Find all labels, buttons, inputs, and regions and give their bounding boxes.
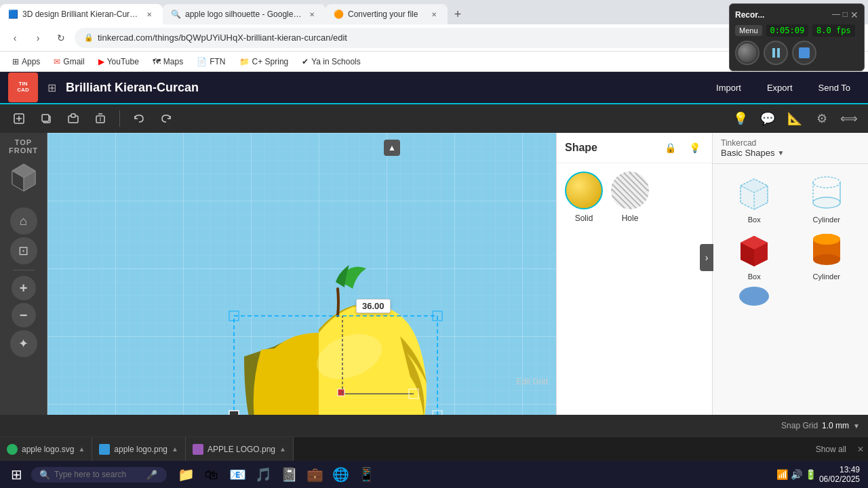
- import-button[interactable]: Import: [707, 79, 751, 97]
- tab-title-tinkercad: 3D design Brilliant Kieran-Curca...: [22, 9, 140, 19]
- library-category-label: Basic Shapes: [721, 148, 775, 158]
- light-button[interactable]: 💡: [730, 108, 751, 129]
- canvas-area[interactable]: 36.00 ▲ Edit Grid: [47, 133, 556, 415]
- bookmark-youtube[interactable]: ▶ YouTube: [93, 56, 144, 68]
- bookmark-maps[interactable]: 🗺 Maps: [147, 56, 189, 68]
- back-button[interactable]: ‹: [5, 28, 24, 47]
- tab-title-converting: Converting your file: [348, 9, 425, 19]
- measure-button[interactable]: 📐: [784, 108, 806, 129]
- lock-icon: 🔒: [84, 33, 94, 42]
- bookmark-cspring[interactable]: 📁 C+ Spring: [234, 56, 294, 68]
- status-bar: Edit Grid Snap Grid 1.0 mm ▼: [0, 415, 868, 436]
- taskbar-app-store[interactable]: 🛍: [199, 462, 224, 487]
- panel-collapse-button[interactable]: ▲: [384, 140, 400, 156]
- recorder-maximize-button[interactable]: □: [843, 9, 848, 20]
- export-button[interactable]: Export: [757, 79, 802, 97]
- taskbar-app-teams[interactable]: 💼: [302, 462, 327, 487]
- hole-option[interactable]: Hole: [611, 171, 649, 223]
- file-tab-png2-expand-icon[interactable]: ▲: [279, 445, 286, 453]
- taskbar-apps: 📁 🛍 📧 🎵 📓 💼 🌐 📱: [168, 462, 775, 487]
- recorder-close-button[interactable]: ✕: [850, 9, 859, 20]
- tab-icon-tinkercad: 🟦: [8, 9, 18, 19]
- zoom-in-button[interactable]: +: [12, 276, 36, 300]
- taskbar-app-explorer[interactable]: 📁: [174, 462, 198, 487]
- forward-button[interactable]: ›: [28, 28, 47, 47]
- file-tab-png2[interactable]: APPLE LOGO.png ▲: [186, 437, 294, 461]
- annotation-button[interactable]: 💬: [757, 108, 778, 129]
- collapse-arrow-icon: ▲: [388, 143, 396, 152]
- delete-button[interactable]: [90, 108, 111, 129]
- bookmark-yainschools[interactable]: ✔ Ya in Schools: [296, 56, 366, 68]
- tab-tinkercad[interactable]: 🟦 3D design Brilliant Kieran-Curca... ✕: [0, 4, 163, 24]
- lib-item-cylinder-orange[interactable]: Cylinder: [793, 229, 861, 281]
- view-top-label[interactable]: TOP: [15, 138, 32, 146]
- copy-button[interactable]: [35, 108, 57, 129]
- bookmark-ftn[interactable]: 📄 FTN: [191, 56, 231, 68]
- new-tab-button[interactable]: +: [448, 4, 468, 24]
- taskbar-app-spotify[interactable]: 🎵: [251, 462, 275, 487]
- recorder-sphere-button[interactable]: [735, 41, 760, 65]
- recorder-controls: Menu 0:05:09 8.0 fps: [735, 24, 859, 37]
- apps-icon: ⊞: [12, 57, 19, 66]
- fit-view-button[interactable]: ⊡: [10, 237, 37, 264]
- redo-button[interactable]: [155, 108, 177, 129]
- library-source: Tinkercad: [721, 138, 860, 148]
- file-tab-svg-expand-icon[interactable]: ▲: [78, 445, 85, 453]
- paste-button[interactable]: [62, 108, 84, 129]
- zoom-out-button[interactable]: −: [12, 303, 36, 327]
- view-front-label[interactable]: FRONT: [9, 146, 38, 155]
- tab-google[interactable]: 🔍 apple logo silhouette - Google S... ✕: [163, 4, 326, 24]
- file-icon-png1: [99, 444, 110, 455]
- file-tab-png1[interactable]: apple logo.png ▲: [92, 437, 186, 461]
- taskbar-app-extra[interactable]: 📱: [354, 462, 378, 487]
- file-bar-close-button[interactable]: ✕: [853, 445, 868, 454]
- lib-item-box-red[interactable]: Box: [721, 229, 788, 281]
- recorder-stop-button[interactable]: [792, 41, 816, 65]
- cube-3d-view[interactable]: [5, 157, 42, 194]
- snap-grid-chevron-icon[interactable]: ▼: [853, 422, 860, 430]
- snap-grid-value: 1.0 mm: [822, 421, 849, 430]
- recorder-minimize-button[interactable]: —: [832, 9, 840, 20]
- tab-close-tinkercad[interactable]: ✕: [144, 9, 155, 20]
- home-view-button[interactable]: ⌂: [10, 207, 37, 235]
- new-design-button[interactable]: [8, 108, 30, 129]
- lib-item-partial[interactable]: [721, 286, 788, 306]
- lock-shape-button[interactable]: 🔒: [660, 138, 679, 157]
- edit-grid-button[interactable]: Edit Grid: [516, 377, 548, 386]
- address-bar[interactable]: 🔒 tinkercad.com/things/bQWpUYiUHqX-brill…: [75, 28, 816, 48]
- library-category-dropdown[interactable]: Basic Shapes ▼: [721, 148, 860, 158]
- taskbar-app-mail[interactable]: 📧: [225, 462, 250, 487]
- tab-close-converting[interactable]: ✕: [429, 9, 439, 20]
- start-button[interactable]: ⊞: [3, 462, 30, 487]
- right-panel-expand-button[interactable]: ›: [700, 244, 713, 271]
- show-all-button[interactable]: Show all: [809, 445, 853, 454]
- tab-converting[interactable]: 🟠 Converting your file ✕: [326, 4, 448, 24]
- settings-button[interactable]: ⚙: [811, 108, 833, 129]
- lib-item-box-wire[interactable]: Box: [721, 172, 788, 224]
- file-tab-png1-expand-icon[interactable]: ▲: [172, 445, 178, 453]
- reload-button[interactable]: ↻: [52, 28, 71, 47]
- file-tab-svg[interactable]: apple logo.svg ▲: [0, 437, 92, 461]
- undo-button[interactable]: [128, 108, 150, 129]
- taskbar-app-onenote[interactable]: 📓: [277, 462, 301, 487]
- file-tab-png1-name: apple logo.png: [114, 445, 167, 454]
- tab-close-google[interactable]: ✕: [307, 9, 317, 20]
- lib-item-cylinder-wire[interactable]: Cylinder: [793, 172, 861, 224]
- send-to-button[interactable]: Send To: [809, 79, 860, 97]
- recorder-menu-button[interactable]: Menu: [735, 25, 762, 36]
- taskbar-app-chrome[interactable]: 🌐: [328, 462, 353, 487]
- taskbar-search-box[interactable]: 🔍 🎤: [31, 467, 167, 483]
- compass-button[interactable]: ✦: [10, 330, 37, 357]
- recorder-pause-button[interactable]: [764, 41, 788, 65]
- taskbar-search-input[interactable]: [54, 470, 142, 479]
- mirror-button[interactable]: ⟺: [838, 108, 860, 129]
- solid-option[interactable]: Solid: [565, 171, 603, 223]
- bookmark-apps[interactable]: ⊞ Apps: [7, 56, 45, 68]
- lib-item-cylinder-orange-label: Cylinder: [813, 272, 840, 281]
- info-shape-button[interactable]: 💡: [685, 138, 704, 157]
- pause-bar-left: [772, 48, 775, 58]
- taskbar-date-display: 06/02/2025: [819, 474, 860, 484]
- bookmark-gmail[interactable]: ✉ Gmail: [48, 56, 90, 68]
- taskbar-clock[interactable]: 13:49 06/02/2025: [819, 465, 860, 484]
- grid-menu-icon[interactable]: ⊞: [47, 81, 56, 94]
